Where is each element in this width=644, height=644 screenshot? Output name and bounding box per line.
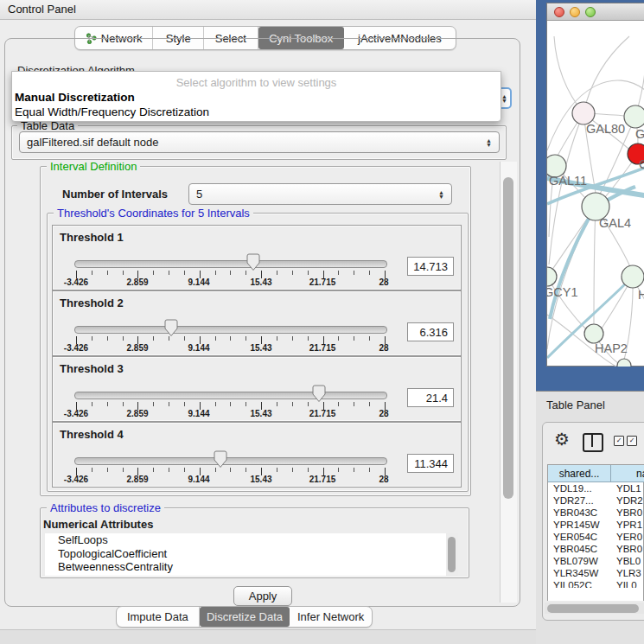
node-gal[interactable] [624, 105, 644, 128]
threshold-3-slider-track[interactable] [74, 392, 387, 399]
node-h[interactable] [622, 265, 644, 288]
select-all-checkbox-icon[interactable]: ✓ [614, 436, 624, 446]
threshold-4-slider-handle[interactable] [214, 450, 227, 469]
cell: YER054C [548, 531, 611, 543]
select-none-checkbox-icon[interactable]: ✓ [627, 436, 637, 446]
toolbar-checkboxes: ✓ ✓ [614, 436, 637, 446]
tab-infer-network[interactable]: Infer Network [290, 607, 372, 627]
tick-label: 28 [379, 475, 388, 484]
cell: YBL0 [611, 555, 641, 567]
cell: YDL19... [548, 482, 611, 494]
table-row[interactable]: YLR345WYLR3 [548, 567, 644, 579]
threshold-3-label: Threshold 3 [60, 362, 124, 375]
popup-item-manual[interactable]: Manual Discretization [15, 91, 135, 104]
minimize-traffic-icon[interactable] [570, 7, 580, 17]
network-nodes[interactable] [547, 102, 644, 367]
threshold-2-slider-handle[interactable] [164, 319, 178, 337]
node-gcy1[interactable] [547, 267, 557, 286]
tick-label: 28 [379, 343, 388, 353]
network-window: GAL80 GAL C GAL11 GAL4 GCY1 H HAP2 [546, 3, 644, 367]
numerical-attributes-label: Numerical Attributes [43, 518, 153, 531]
table-row[interactable]: YDL19...YDL1 [548, 482, 644, 494]
node-partial[interactable] [617, 359, 631, 367]
cell: YDR27... [548, 494, 611, 507]
tick-label: 21.715 [309, 343, 336, 353]
cell: YPR145W [548, 519, 611, 531]
attributes-list-scrollbar[interactable] [446, 533, 458, 576]
label-gal: GAL [635, 127, 644, 141]
table-row[interactable]: YPR145WYPR1 [548, 519, 644, 531]
column-view-icon[interactable] [583, 433, 603, 452]
interval-definition-label: Interval Definition [47, 160, 140, 173]
tick-label: 9.144 [188, 277, 209, 287]
tick-label: -3.426 [64, 277, 88, 287]
threshold-1-slider-handle[interactable] [246, 253, 260, 271]
tick-label: 21.715 [309, 475, 336, 484]
apply-button[interactable]: Apply [233, 586, 292, 606]
table-horizontal-scrollbar[interactable] [545, 603, 644, 614]
column-header-name[interactable]: na... [611, 465, 644, 482]
main-scrollbar-thumb[interactable] [503, 177, 513, 499]
threshold-1-label: Threshold 1 [60, 231, 124, 244]
gear-icon[interactable]: ⚙ [554, 430, 570, 448]
threshold-3-slider-handle[interactable] [312, 385, 326, 403]
cell: YBR0 [611, 543, 642, 555]
apply-button-label: Apply [249, 590, 277, 603]
table-row[interactable]: YBR045CYBR0 [548, 543, 644, 555]
table-row[interactable]: YBL079WYBL0 [548, 555, 644, 567]
bottom-strip [0, 629, 536, 644]
algorithm-popup: Select algorithm to view settings Manual… [11, 71, 501, 122]
threshold-4-value-field[interactable]: 11.344 [407, 454, 454, 473]
zoom-traffic-icon[interactable] [585, 7, 596, 17]
table-row[interactable]: YER054CYER0 [548, 531, 644, 543]
list-item-betweennesscentrality[interactable]: BetweennessCentrality [45, 560, 458, 574]
cell: YIL052C [548, 579, 611, 588]
network-window-titlebar [547, 3, 644, 21]
threshold-1-slider-track[interactable] [74, 260, 387, 268]
number-of-intervals-combo[interactable]: 5 ▲▼ [188, 183, 452, 205]
threshold-3-value-field[interactable]: 21.4 [407, 388, 454, 407]
tick-label: 2.859 [126, 277, 148, 287]
label-h: H [638, 288, 644, 302]
list-item-selfloops[interactable]: SelfLoops [45, 533, 458, 547]
cell: YDL1 [611, 482, 641, 494]
threshold-panel-1: Threshold 1 -3.426 2.859 9.144 15.43 21.… [52, 225, 462, 290]
popup-item-equal-width[interactable]: Equal Width/Frequency Discretization [15, 105, 209, 118]
close-traffic-icon[interactable] [554, 7, 564, 17]
table-row[interactable]: YIL052CYIL0 [548, 579, 644, 588]
threshold-2-slider-track[interactable] [74, 326, 387, 334]
table-row[interactable]: YBR043CYBR0 [548, 507, 644, 519]
tick-label: 9.144 [188, 475, 209, 484]
cell: YDR2 [611, 494, 643, 507]
column-header-shared-name[interactable]: shared... [548, 465, 611, 482]
intervals-combo-stepper-icon: ▲▼ [438, 190, 444, 199]
threshold-1-value-field[interactable]: 14.713 [407, 257, 454, 276]
tick-label: 2.859 [126, 475, 148, 484]
numerical-attributes-list: SelfLoops TopologicalCoefficient Between… [45, 533, 458, 576]
tick-label: 15.43 [250, 475, 271, 484]
attributes-list-scroll-thumb[interactable] [448, 537, 456, 572]
table-panel-title: Table Panel [546, 399, 605, 411]
threshold-2-label: Threshold 2 [60, 296, 124, 309]
main-scrollbar[interactable] [500, 162, 517, 603]
threshold-4-label: Threshold 4 [60, 428, 124, 441]
table-data-combo[interactable]: galFiltered.sif default node ▲▼ [19, 131, 500, 153]
label-gal4: GAL4 [599, 216, 631, 230]
table-hscroll-thumb[interactable] [547, 604, 639, 613]
cell: YLR345W [548, 567, 611, 579]
network-canvas[interactable]: GAL80 GAL C GAL11 GAL4 GCY1 H HAP2 [547, 21, 644, 367]
tab-impute-data[interactable]: Impute Data [117, 607, 200, 627]
table-data-combo-stepper-icon: ▲▼ [486, 138, 492, 147]
tick-label: -3.426 [64, 409, 88, 418]
app-root: Control Panel ✖ Network Style Select Cyn… [0, 0, 644, 644]
node-hap2[interactable] [584, 324, 603, 343]
control-panel-titlebar: Control Panel [0, 0, 536, 20]
threshold-panel-2: Threshold 2 -3.426 2.859 9.144 15.43 21.… [52, 290, 462, 356]
table-row[interactable]: YDR27...YDR2 [548, 494, 644, 507]
tick-label: 9.144 [188, 343, 209, 353]
threshold-4-slider-track[interactable] [74, 457, 387, 465]
tab-discretize-data[interactable]: Discretize Data [200, 607, 290, 627]
threshold-2-value-field[interactable]: 6.316 [407, 322, 454, 341]
cell: YBR043C [548, 507, 611, 519]
list-item-topologicalcoefficient[interactable]: TopologicalCoefficient [45, 547, 458, 561]
